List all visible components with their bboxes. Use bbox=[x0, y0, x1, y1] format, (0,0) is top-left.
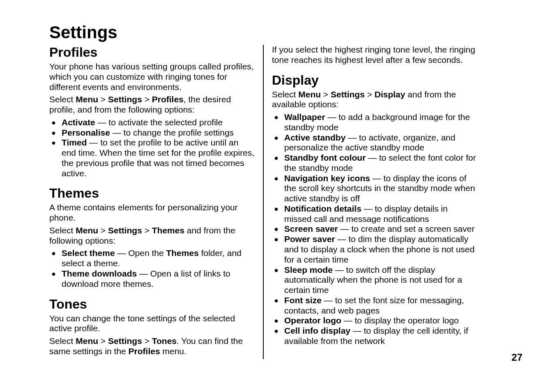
path-separator: > bbox=[142, 226, 152, 235]
option-term: Notification details bbox=[284, 204, 361, 213]
option-term: Standby font colour bbox=[284, 153, 366, 162]
option-term: Font size bbox=[284, 295, 322, 305]
list-item: Theme downloads — Open a list of links t… bbox=[49, 269, 255, 289]
list-item: Wallpaper — to add a background image fo… bbox=[272, 112, 477, 133]
option-term: Power saver bbox=[284, 234, 335, 244]
list-item: Activate — to activate the selected prof… bbox=[49, 118, 255, 128]
profiles-select-path: Select Menu > Settings > Profiles, the d… bbox=[49, 95, 255, 115]
option-term: Sleep mode bbox=[284, 265, 333, 274]
display-options-list: Wallpaper — to add a background image fo… bbox=[272, 112, 477, 346]
tones-note: If you select the highest ringing tone l… bbox=[272, 45, 477, 65]
option-desc: — to set the profile to be active until … bbox=[62, 138, 254, 178]
option-term: Timed bbox=[62, 138, 87, 147]
option-term: Theme downloads bbox=[62, 269, 137, 278]
right-column: If you select the highest ringing tone l… bbox=[264, 45, 477, 359]
option-term: Select theme bbox=[62, 248, 115, 258]
section-heading-profiles: Profiles bbox=[49, 45, 255, 60]
left-column: Profiles Your phone has various setting … bbox=[49, 45, 263, 359]
menu-path-part: Settings bbox=[331, 90, 365, 99]
path-separator: > bbox=[365, 90, 375, 99]
menu-path-part: Menu bbox=[76, 336, 98, 346]
option-term: Operator logo bbox=[284, 316, 341, 325]
text: Select bbox=[49, 95, 76, 104]
menu-path-part: Settings bbox=[108, 95, 142, 104]
menu-path-part: Profiles bbox=[129, 346, 160, 356]
two-column-layout: Profiles Your phone has various setting … bbox=[49, 45, 518, 359]
themes-intro: A theme contains elements for personaliz… bbox=[49, 203, 255, 223]
section-heading-display: Display bbox=[272, 73, 477, 88]
themes-select-path: Select Menu > Settings > Themes and from… bbox=[49, 226, 255, 246]
list-item: Notification details — to display detail… bbox=[272, 204, 477, 224]
path-separator: > bbox=[142, 95, 152, 104]
text: Select bbox=[49, 336, 76, 346]
menu-path-part: Menu bbox=[76, 226, 98, 235]
option-desc: — to create and set a screen saver bbox=[338, 224, 475, 233]
menu-path-part: Menu bbox=[76, 95, 98, 104]
display-select-path: Select Menu > Settings > Display and fro… bbox=[272, 90, 477, 110]
tones-intro: You can change the tone settings of the … bbox=[49, 314, 255, 334]
list-item: Personalise — to change the profile sett… bbox=[49, 128, 255, 138]
list-item: Font size — to set the font size for mes… bbox=[272, 295, 477, 316]
list-item: Standby font colour — to select the font… bbox=[272, 153, 477, 173]
profiles-intro: Your phone has various setting groups ca… bbox=[49, 62, 255, 92]
option-term: Wallpaper bbox=[284, 112, 325, 122]
option-desc: — to display the operator logo bbox=[341, 316, 459, 325]
path-separator: > bbox=[98, 226, 108, 235]
option-term: Personalise bbox=[62, 128, 110, 137]
text: Select bbox=[272, 90, 298, 99]
list-item: Sleep mode — to switch off the display a… bbox=[272, 265, 477, 295]
menu-path-part: Themes bbox=[152, 226, 184, 235]
option-term: Activate bbox=[62, 118, 95, 127]
option-term: Active standby bbox=[284, 133, 345, 142]
menu-path-part: Menu bbox=[298, 90, 321, 99]
option-term: Themes bbox=[166, 248, 198, 258]
list-item: Power saver — to dim the display automat… bbox=[272, 234, 477, 265]
list-item: Screen saver — to create and set a scree… bbox=[272, 224, 477, 234]
option-term: Cell info display bbox=[284, 326, 350, 335]
section-heading-themes: Themes bbox=[49, 186, 255, 201]
list-item: Cell info display — to display the cell … bbox=[272, 326, 477, 346]
path-separator: > bbox=[142, 336, 152, 346]
page-title: Settings bbox=[49, 23, 518, 42]
text: menu. bbox=[160, 346, 186, 356]
profiles-options-list: Activate — to activate the selected prof… bbox=[49, 118, 255, 179]
path-separator: > bbox=[98, 95, 108, 104]
list-item: Timed — to set the profile to be active … bbox=[49, 138, 255, 178]
page-number: 27 bbox=[511, 352, 522, 363]
themes-options-list: Select theme — Open the Themes folder, a… bbox=[49, 248, 255, 289]
path-separator: > bbox=[321, 90, 331, 99]
list-item: Operator logo — to display the operator … bbox=[272, 316, 477, 326]
menu-path-part: Settings bbox=[108, 336, 142, 346]
option-desc: — to change the profile settings bbox=[110, 128, 234, 137]
path-separator: > bbox=[98, 336, 108, 346]
section-heading-tones: Tones bbox=[49, 297, 255, 312]
text: Select bbox=[49, 226, 76, 235]
option-desc: — to activate the selected profile bbox=[95, 118, 223, 127]
option-term: Screen saver bbox=[284, 224, 338, 233]
option-term: Navigation key icons bbox=[284, 173, 370, 183]
text: — Open the bbox=[115, 248, 166, 258]
list-item: Navigation key icons — to display the ic… bbox=[272, 173, 477, 204]
list-item: Select theme — Open the Themes folder, a… bbox=[49, 248, 255, 269]
list-item: Active standby — to activate, organize, … bbox=[272, 133, 477, 153]
tones-select-path: Select Menu > Settings > Tones. You can … bbox=[49, 336, 255, 357]
menu-path-part: Settings bbox=[108, 226, 142, 235]
menu-path-part: Tones bbox=[152, 336, 177, 346]
menu-path-part: Display bbox=[375, 90, 405, 99]
menu-path-part: Profiles bbox=[152, 95, 184, 104]
manual-page: Settings Profiles Your phone has various… bbox=[0, 0, 543, 392]
